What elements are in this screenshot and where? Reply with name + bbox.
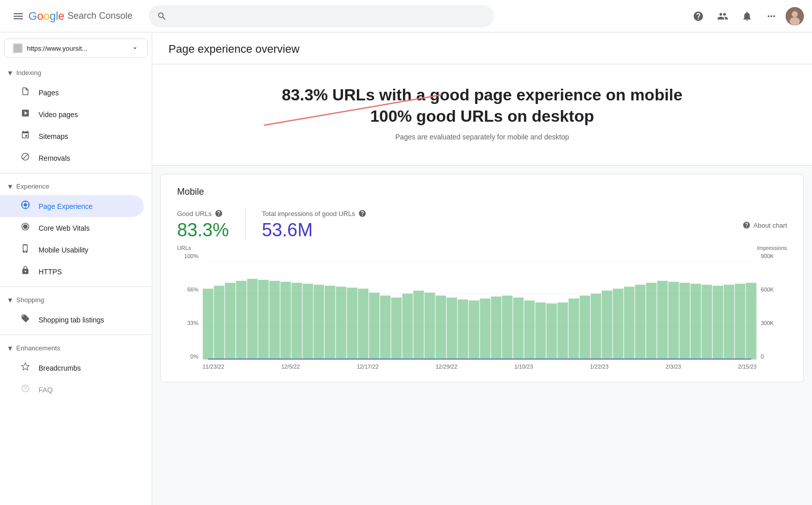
about-chart-button[interactable]: About chart	[742, 221, 788, 229]
sidebar-item-sitemaps[interactable]: Sitemaps	[0, 125, 144, 147]
indexing-label: Indexing	[16, 69, 41, 77]
sidebar-item-breadcrumbs[interactable]: Breadcrumbs	[0, 357, 144, 379]
sidebar-item-pages[interactable]: Pages	[0, 82, 144, 103]
indexing-chevron: ▾	[8, 68, 12, 78]
svg-rect-45	[557, 303, 568, 360]
y-left-title: URLs	[177, 245, 191, 251]
menu-button[interactable]	[8, 6, 28, 26]
good-urls-stat: Good URLs 83.3%	[177, 209, 245, 241]
enhancements-chevron: ▾	[8, 343, 12, 353]
apps-button[interactable]	[761, 6, 782, 26]
svg-rect-41	[513, 298, 524, 359]
divider-1	[0, 173, 152, 173]
sidebar-item-https[interactable]: HTTPS	[0, 261, 144, 282]
y-axis-left: URLs 100% 66% 33% 0%	[177, 253, 202, 359]
svg-rect-47	[580, 296, 590, 359]
video-pages-icon	[20, 109, 30, 120]
video-pages-label: Video pages	[39, 111, 78, 119]
svg-rect-32	[414, 291, 424, 359]
svg-rect-60	[724, 285, 734, 359]
svg-rect-42	[524, 301, 535, 359]
sidebar-item-shopping-listings[interactable]: Shopping tab listings	[0, 309, 144, 331]
svg-rect-55	[668, 282, 679, 359]
y-right-0: 0	[761, 353, 764, 359]
chart-section: Mobile Good URLs 83.3% Total impressions…	[160, 174, 804, 382]
manage-users-button[interactable]	[713, 6, 733, 26]
shopping-section-header[interactable]: ▾ Shopping	[0, 291, 152, 309]
svg-rect-56	[680, 283, 690, 359]
header: Google Search Console	[0, 0, 812, 32]
chart-svg	[202, 261, 757, 359]
core-web-vitals-label: Core Web Vitals	[39, 224, 90, 232]
faq-icon	[20, 384, 30, 395]
svg-rect-49	[602, 291, 613, 359]
svg-rect-50	[613, 289, 624, 360]
svg-rect-18	[258, 280, 269, 359]
site-selector[interactable]: https://www.yoursit...	[4, 39, 148, 58]
svg-rect-53	[646, 283, 657, 359]
https-icon	[20, 266, 30, 277]
svg-rect-40	[502, 296, 513, 359]
sidebar-item-removals[interactable]: Removals	[0, 147, 144, 169]
product-name: Search Console	[67, 11, 132, 21]
y-right-900k: 900K	[761, 253, 774, 259]
page-title: Page experience overview	[168, 43, 796, 64]
breadcrumbs-icon	[20, 362, 30, 374]
sidebar-item-core-web-vitals[interactable]: Core Web Vitals	[0, 217, 144, 239]
good-urls-help-icon[interactable]	[215, 209, 223, 218]
svg-rect-17	[247, 279, 258, 359]
about-chart-icon	[742, 221, 751, 229]
sidebar-item-video-pages[interactable]: Video pages	[0, 103, 144, 125]
y-right-300k: 300K	[761, 320, 774, 326]
notifications-button[interactable]	[737, 6, 757, 26]
experience-section-header[interactable]: ▾ Experience	[0, 177, 152, 195]
search-bar[interactable]	[149, 5, 494, 27]
about-chart-label: About chart	[754, 222, 788, 229]
svg-rect-28	[369, 293, 380, 359]
impressions-label-row: Total impressions of good URLs	[262, 209, 366, 218]
pages-icon	[20, 87, 30, 98]
indexing-section-header[interactable]: ▾ Indexing	[0, 64, 152, 82]
sidebar: https://www.yoursit... ▾ Indexing Pages …	[0, 32, 152, 505]
hero-subtitle: Pages are evaluated separately for mobil…	[168, 133, 796, 141]
chart-title: Mobile	[177, 187, 787, 197]
hero-line2: 100% good URLs on desktop	[168, 106, 796, 127]
google-wordmark: Google	[28, 10, 64, 23]
svg-rect-51	[624, 287, 634, 360]
site-favicon	[13, 43, 23, 53]
divider-3	[0, 335, 152, 335]
experience-chevron: ▾	[8, 182, 12, 191]
removals-label: Removals	[39, 154, 70, 162]
x-label-2: 12/17/22	[357, 364, 379, 370]
experience-label: Experience	[16, 183, 49, 190]
svg-rect-20	[280, 282, 291, 359]
search-input[interactable]	[171, 12, 486, 21]
svg-rect-39	[491, 297, 501, 359]
enhancements-section-header[interactable]: ▾ Enhancements	[0, 339, 152, 357]
sidebar-item-faq[interactable]: FAQ	[0, 379, 144, 401]
svg-rect-31	[402, 294, 413, 359]
faq-label: FAQ	[39, 386, 53, 394]
svg-rect-26	[347, 288, 357, 360]
svg-rect-30	[391, 298, 402, 359]
enhancements-label: Enhancements	[16, 344, 60, 352]
avatar[interactable]	[786, 7, 804, 25]
sidebar-item-mobile-usability[interactable]: Mobile Usability	[0, 239, 144, 261]
good-urls-label-row: Good URLs	[177, 209, 229, 218]
hero-line1: 83.3% URLs with a good page experience o…	[168, 85, 796, 106]
x-label-1: 12/5/22	[281, 364, 300, 370]
x-label-6: 2/3/23	[665, 364, 681, 370]
svg-rect-29	[380, 296, 391, 359]
svg-point-6	[24, 203, 27, 206]
layout: https://www.yoursit... ▾ Indexing Pages …	[0, 32, 812, 505]
x-label-0: 11/23/22	[202, 364, 224, 370]
x-axis: 11/23/22 12/5/22 12/17/22 12/29/22 1/10/…	[202, 364, 757, 370]
y-left-33: 33%	[187, 320, 198, 326]
sidebar-item-page-experience[interactable]: Page Experience	[0, 195, 144, 217]
impressions-help-icon[interactable]	[358, 209, 366, 218]
help-button[interactable]	[688, 6, 708, 26]
y-right-600k: 600K	[761, 286, 774, 293]
page-header: Page experience overview	[152, 32, 812, 64]
svg-rect-37	[469, 301, 480, 359]
chart-area: URLs 100% 66% 33% 0% Impressions 900K 60…	[177, 253, 787, 370]
